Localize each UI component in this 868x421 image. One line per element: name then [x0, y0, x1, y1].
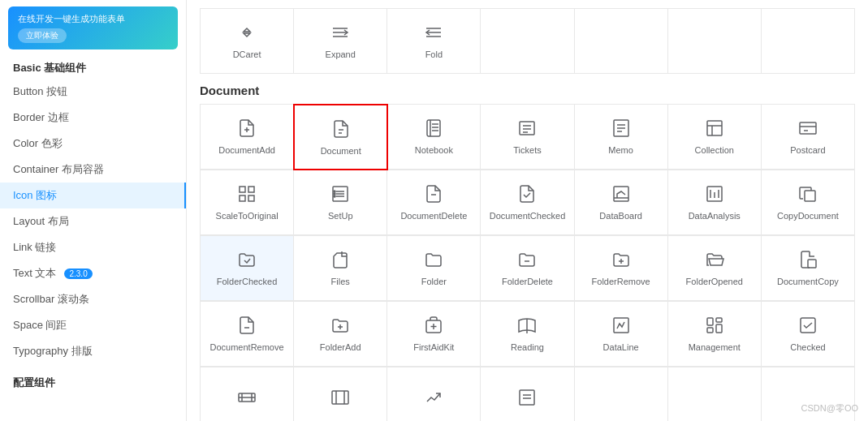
notebook-icon — [422, 117, 445, 140]
icon-film2[interactable] — [294, 367, 387, 421]
firstaidkit-label: FirstAidKit — [413, 342, 454, 353]
sidebar-item-color[interactable]: Color 色彩 — [0, 131, 186, 157]
icon-documentadd[interactable]: DocumentAdd — [201, 105, 294, 170]
svg-rect-63 — [716, 324, 722, 333]
sidebar-item-label: Scrollbar 滚动条 — [13, 292, 89, 307]
folderadd-icon — [329, 314, 352, 337]
copydocument-icon — [797, 183, 819, 205]
svg-rect-51 — [808, 260, 816, 268]
icon-folder[interactable]: Folder — [387, 236, 481, 301]
icon-documentdelete[interactable]: DocumentDelete — [387, 170, 481, 235]
icon-trend[interactable] — [387, 367, 481, 421]
text-badge: 2.3.0 — [64, 268, 92, 279]
dataline-icon — [610, 314, 633, 337]
memo-icon — [610, 117, 633, 140]
document-section-title: Document — [200, 84, 855, 97]
sidebar-item-label: Space 间距 — [13, 318, 67, 333]
icon-documentcopy[interactable]: DocumentCopy — [762, 236, 855, 301]
sidebar-item-space[interactable]: Space 间距 — [0, 312, 186, 338]
icon-dataanalysis[interactable]: DataAnalysis — [668, 170, 762, 235]
icon-reading[interactable]: Reading — [481, 302, 574, 367]
documentremove-icon — [235, 314, 258, 337]
trend-icon — [422, 386, 445, 409]
files-label: Files — [331, 276, 350, 287]
icon-empty-2 — [575, 9, 668, 74]
svg-rect-23 — [707, 121, 722, 135]
icon-empty-1 — [481, 9, 574, 74]
icon-collection[interactable]: Collection — [668, 105, 762, 170]
svg-rect-72 — [520, 390, 534, 405]
icon-expand[interactable]: Expand — [294, 9, 387, 74]
sidebar-item-border[interactable]: Border 边框 — [0, 105, 186, 131]
icon-postcard[interactable]: Postcard — [762, 105, 855, 170]
sidebar-item-scrollbar[interactable]: Scrollbar 滚动条 — [0, 286, 186, 312]
icon-memo[interactable]: Memo — [575, 105, 668, 170]
icon-film1[interactable] — [201, 367, 294, 421]
copydocument-label: CopyDocument — [777, 210, 839, 221]
sidebar-item-typography[interactable]: Typography 排版 — [0, 338, 186, 364]
document-label: Document — [321, 145, 361, 157]
icon-fold[interactable]: Fold — [387, 9, 481, 74]
icon-folderopened[interactable]: FolderOpened — [668, 236, 762, 301]
sidebar-item-link[interactable]: Link 链接 — [0, 234, 186, 260]
sidebar-item-button[interactable]: Button 按钮 — [0, 79, 186, 105]
icon-dataline[interactable]: DataLine — [575, 302, 668, 367]
sidebar-item-label: Container 布局容器 — [13, 162, 104, 177]
banner-text: 在线开发一键生成功能表单 — [18, 13, 168, 25]
icon-folderchecked[interactable]: FolderChecked — [201, 236, 294, 301]
documentdelete-label: DocumentDelete — [400, 210, 467, 221]
databoard-label: DataBoard — [599, 210, 642, 221]
icon-folderdelete[interactable]: FolderDelete — [481, 236, 574, 301]
sidebar-item-container[interactable]: Container 布局容器 — [0, 157, 186, 183]
document-row-4: DocumentRemove FolderAdd Fi — [200, 301, 855, 367]
sidebar-banner[interactable]: 在线开发一键生成功能表单 立即体验 — [8, 6, 178, 49]
icon-documentremove[interactable]: DocumentRemove — [201, 302, 294, 367]
icon-scaletooriginal[interactable]: ScaleToOriginal — [201, 170, 294, 235]
sidebar-item-icon[interactable]: Icon 图标 — [0, 183, 186, 208]
icon-copydocument[interactable]: CopyDocument — [762, 170, 855, 235]
sidebar-item-layout[interactable]: Layout 布局 — [0, 208, 186, 234]
icon-dcaret[interactable]: DCaret — [201, 9, 294, 74]
folderchecked-icon — [235, 248, 258, 271]
folder-icon — [422, 248, 445, 271]
icon-setup[interactable]: SetUp — [294, 170, 387, 235]
icon-document[interactable]: Document — [293, 104, 388, 170]
icon-empty-3 — [668, 9, 762, 74]
icon-folderremove[interactable]: FolderRemove — [575, 236, 668, 301]
watermark: CSDN@零OO — [801, 402, 858, 415]
icon-management[interactable]: Management — [668, 302, 762, 367]
icon-tickets[interactable]: Tickets — [481, 105, 574, 170]
sidebar-item-label: Icon 图标 — [13, 188, 57, 203]
icon-folderadd[interactable]: FolderAdd — [294, 302, 387, 367]
sidebar-item-label: Typography 排版 — [13, 344, 93, 359]
documentcopy-icon — [797, 248, 819, 271]
svg-rect-47 — [805, 191, 815, 201]
folderdelete-icon — [516, 248, 538, 271]
banner-button[interactable]: 立即体验 — [18, 28, 67, 43]
folderremove-label: FolderRemove — [592, 276, 650, 287]
icon-notebook[interactable]: Notebook — [387, 105, 481, 170]
icon-documentchecked[interactable]: DocumentChecked — [481, 170, 574, 235]
reading-icon — [516, 314, 538, 337]
icon-doc5[interactable] — [481, 367, 574, 421]
icon-databoard[interactable]: DataBoard — [575, 170, 668, 235]
sidebar-item-label: Layout 布局 — [13, 214, 69, 229]
icon-checked[interactable]: Checked — [762, 302, 855, 367]
scaletooriginal-icon — [235, 183, 258, 205]
sidebar: 在线开发一键生成功能表单 立即体验 Basic 基础组件 Button 按钮 B… — [0, 0, 187, 421]
document-row-1: DocumentAdd Document — [200, 104, 855, 170]
files-icon — [329, 248, 352, 271]
main-content: DCaret Expand Fo — [187, 0, 868, 421]
documentcopy-label: DocumentCopy — [777, 276, 839, 287]
reading-label: Reading — [511, 342, 544, 353]
sidebar-item-text[interactable]: Text 文本 2.3.0 — [0, 260, 186, 286]
tickets-icon — [516, 117, 538, 140]
management-label: Management — [689, 342, 741, 353]
icon-files[interactable]: Files — [294, 236, 387, 301]
postcard-label: Postcard — [790, 144, 825, 156]
documentchecked-label: DocumentChecked — [490, 210, 566, 221]
fold-icon — [422, 21, 445, 44]
expand-icon — [329, 21, 352, 44]
icon-firstaidkit[interactable]: FirstAidKit — [387, 302, 481, 367]
document-row-3: FolderChecked Files Folder — [200, 235, 855, 301]
